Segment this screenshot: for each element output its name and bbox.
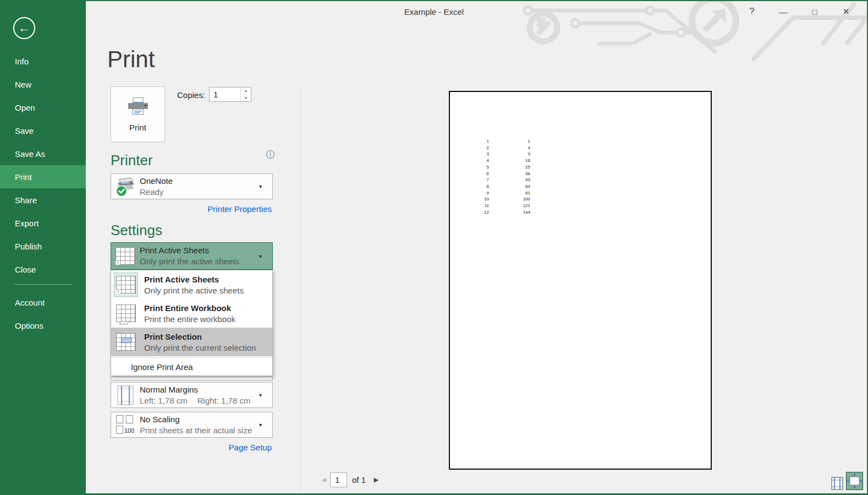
sidebar-item[interactable]: Close	[0, 258, 86, 281]
print-preview-page: 123456789101112 149162536496481100121144	[449, 91, 712, 470]
close-button[interactable]: ✕	[838, 4, 854, 19]
sidebar-item[interactable]: Options	[0, 314, 86, 337]
print-what-select[interactable]: Print Active Sheets Only print the activ…	[111, 242, 273, 270]
preview-cell: 64	[489, 183, 530, 190]
preview-cell: 8	[450, 183, 489, 190]
print-what-option[interactable]: Print Selection Only print the current s…	[111, 328, 272, 356]
show-margins-toggle[interactable]	[831, 477, 844, 490]
zoom-to-page-toggle[interactable]	[846, 472, 863, 490]
hidden-control-edge	[111, 377, 273, 380]
sidebar-item-label: Save	[15, 126, 34, 135]
sidebar-item-label: Options	[15, 321, 43, 330]
margins-select[interactable]: Normal Margins Left: 1,78 cm Right: 1,78…	[111, 382, 273, 408]
preview-cell: 36	[489, 171, 530, 177]
scaling-badge: 100	[124, 427, 134, 434]
margins-title: Normal Margins	[140, 384, 259, 395]
option-title: Print Entire Workbook	[144, 302, 235, 314]
page-count-label: of 1	[352, 475, 366, 485]
maximize-button[interactable]: □	[806, 4, 823, 19]
chevron-down-icon: ▾	[259, 392, 272, 398]
window-title: Example - Excel	[220, 7, 648, 17]
copies-increment-button[interactable]: ▲	[241, 88, 251, 95]
copies-input[interactable]	[210, 88, 240, 101]
option-title: Print Selection	[144, 331, 256, 342]
print-what-options: Print Active Sheets Only print the activ…	[111, 270, 272, 356]
preview-cell: 10	[450, 196, 489, 203]
sidebar-item[interactable]: Save As	[0, 142, 86, 165]
print-what-option[interactable]: Print Active Sheets Only print the activ…	[111, 270, 272, 299]
info-icon[interactable]: i	[266, 150, 274, 159]
spreadsheet-icon	[116, 304, 136, 322]
spreadsheet-icon	[116, 333, 136, 351]
preview-cell: 4	[450, 157, 489, 164]
next-page-button[interactable]: ▶	[370, 476, 382, 483]
printer-select[interactable]: OneNote Ready ▾	[111, 173, 273, 199]
sidebar-item[interactable]: New	[0, 73, 86, 96]
ignore-print-area-option[interactable]: Ignore Print Area	[111, 359, 272, 374]
sidebar-item[interactable]: Open	[0, 96, 86, 119]
sidebar-item[interactable]: Print	[0, 165, 86, 188]
preview-data: 123456789101112 149162536496481100121144	[450, 138, 530, 215]
preview-cell: 7	[450, 177, 489, 183]
no-scaling-icon: 100	[116, 415, 135, 435]
chevron-down-icon: ▾	[259, 422, 272, 428]
sidebar-item[interactable]: Info	[0, 50, 86, 73]
scaling-subtitle: Print sheets at their actual size	[140, 425, 259, 436]
printer-icon	[126, 97, 150, 118]
current-page-input[interactable]	[330, 472, 347, 487]
margins-icon	[117, 385, 134, 405]
copies-label: Copies:	[177, 90, 205, 100]
back-arrow-icon: ←	[18, 21, 30, 35]
preview-cell: 49	[489, 177, 530, 183]
print-button[interactable]: Print	[111, 86, 165, 142]
preview-cell: 6	[450, 171, 489, 177]
printer-properties-link[interactable]: Printer Properties	[111, 204, 272, 214]
scaling-title: No Scaling	[140, 414, 259, 425]
margin-left-value: Left: 1,78 cm	[140, 395, 188, 406]
previous-page-button[interactable]: ◀	[318, 476, 330, 483]
page-title: Print	[107, 46, 155, 73]
back-button[interactable]: ←	[13, 17, 35, 39]
print-what-menu: Print Active Sheets Only print the activ…	[111, 270, 273, 376]
printer-heading: Printer	[111, 152, 153, 169]
scaling-select[interactable]: 100 No Scaling Print sheets at their act…	[111, 412, 273, 438]
preview-cell: 25	[489, 164, 530, 171]
sidebar-footer-menu: Account Options	[0, 291, 86, 337]
option-subtitle: Print the entire workbook	[144, 314, 235, 325]
sidebar-item[interactable]: Publish	[0, 235, 86, 258]
chevron-down-icon: ▾	[259, 253, 272, 259]
sidebar-divider	[14, 284, 72, 285]
excel-backstage-window: Example - Excel ? — □ ✕ ← Info New Open	[0, 0, 868, 495]
active-sheets-icon	[116, 247, 135, 265]
minimize-button[interactable]: —	[775, 4, 792, 19]
preview-cell: 3	[450, 151, 489, 157]
preview-cell: 1	[450, 138, 489, 145]
sidebar-main-menu: Info New Open Save Save As	[0, 50, 86, 281]
preview-cell: 12	[450, 209, 489, 216]
sidebar-item[interactable]: Account	[0, 291, 86, 314]
print-what-option[interactable]: Print Entire Workbook Print the entire w…	[111, 299, 272, 328]
print-what-subtitle: Only print the active sheets	[140, 256, 259, 267]
sidebar-item-label: Account	[15, 298, 45, 307]
window-controls: ? — □ ✕	[744, 4, 854, 19]
sidebar-item-label: Open	[15, 103, 35, 112]
content-divider	[300, 87, 301, 492]
option-subtitle: Only print the current selection	[144, 342, 256, 353]
preview-column-1: 123456789101112	[450, 138, 489, 215]
backstage-sidebar: ← Info New Open Save	[0, 0, 86, 495]
copies-decrement-button[interactable]: ▼	[241, 95, 251, 102]
chevron-down-icon: ▾	[259, 183, 272, 189]
help-button[interactable]: ?	[744, 4, 760, 19]
page-setup-link[interactable]: Page Setup	[111, 443, 272, 452]
sidebar-item[interactable]: Save	[0, 119, 86, 142]
sidebar-item[interactable]: Export	[0, 211, 86, 235]
copies-stepper: ▲ ▼	[209, 87, 251, 102]
preview-column-2: 149162536496481100121144	[489, 138, 530, 215]
sidebar-item-label: Save As	[15, 149, 45, 159]
sidebar-item-label: Print	[15, 172, 32, 182]
sidebar-item-label: Close	[15, 265, 36, 274]
option-title: Print Active Sheets	[144, 274, 244, 285]
sidebar-item[interactable]: Share	[0, 188, 86, 211]
preview-view-controls	[831, 472, 863, 490]
preview-cell: 5	[450, 164, 489, 171]
